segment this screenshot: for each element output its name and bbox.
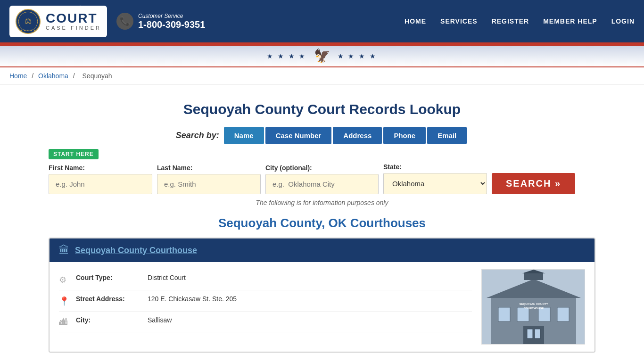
detail-row-address: 📍 Street Address: 120 E. Chickasaw St. S… (59, 290, 472, 312)
courthouse-image: SEQUOYAH COUNTY COURTHOUSE (481, 269, 585, 345)
breadcrumb-sep-1: / (32, 72, 35, 80)
state-label: State: (383, 163, 492, 171)
nav-register[interactable]: REGISTER (492, 17, 529, 25)
breadcrumb-home[interactable]: Home (9, 72, 27, 80)
courthouse-image-svg: SEQUOYAH COUNTY COURTHOUSE (482, 270, 585, 345)
nav-home[interactable]: HOME (405, 17, 426, 25)
logo-casefinder-label: CASE FINDER (46, 25, 101, 31)
breadcrumb: Home / Oklahoma / Sequoyah (0, 67, 644, 85)
eagle-banner: ★ ★ ★ ★ 🦅 ★ ★ ★ ★ (0, 46, 644, 67)
last-name-label: Last Name: (157, 164, 265, 172)
courthouse-icon: 🏛 (59, 244, 69, 256)
nav-login[interactable]: LOGIN (611, 17, 635, 25)
search-by-row: Search by: Name Case Number Address Phon… (49, 127, 595, 144)
city-icon: 🏙 (59, 317, 70, 327)
courthouses-title: Sequoyah County, OK Courthouses (49, 216, 595, 230)
svg-rect-17 (498, 307, 510, 321)
city-input[interactable] (265, 174, 379, 194)
search-by-label: Search by: (176, 131, 219, 140)
breadcrumb-sep-2: / (73, 72, 77, 80)
main-nav: HOME SERVICES REGISTER MEMBER HELP LOGIN (405, 17, 635, 25)
svg-rect-22 (527, 329, 533, 338)
tab-email[interactable]: Email (427, 127, 467, 144)
tab-address[interactable]: Address (333, 127, 382, 144)
phone-number: 1-800-309-9351 (138, 19, 205, 30)
phone-label: Customer Service (138, 13, 205, 19)
courthouse-body: ⚙ Court Type: District Court 📍 Street Ad… (50, 262, 594, 352)
address-icon: 📍 (59, 296, 70, 306)
form-container: START HERE First Name: Last Name: City (… (49, 149, 595, 194)
breadcrumb-county: Sequoyah (83, 72, 112, 80)
header-phone: 📞 Customer Service 1-800-309-9351 (116, 13, 205, 30)
first-name-label: First Name: (49, 164, 157, 172)
svg-rect-15 (524, 273, 543, 280)
courthouse-header: 🏛 Sequoyah County Courthouse (50, 239, 594, 262)
address-value: 120 E. Chickasaw St. Ste. 205 (148, 295, 237, 303)
svg-rect-20 (557, 307, 569, 321)
phone-text: Customer Service 1-800-309-9351 (138, 13, 205, 30)
logo-court-label: COURT (46, 12, 101, 25)
detail-row-court-type: ⚙ Court Type: District Court (59, 269, 472, 290)
tab-name[interactable]: Name (224, 127, 264, 144)
phone-icon: 📞 (116, 13, 133, 30)
address-label: Street Address: (76, 295, 142, 303)
nav-services[interactable]: SERVICES (440, 17, 478, 25)
svg-text:SEQUOYAH COUNTY: SEQUOYAH COUNTY (520, 303, 548, 305)
city-group: City (optional): (265, 164, 383, 194)
first-name-group: First Name: (49, 164, 157, 194)
courthouse-details: ⚙ Court Type: District Court 📍 Street Ad… (59, 269, 472, 345)
search-button[interactable]: SEARCH » (492, 173, 575, 194)
state-select[interactable]: Oklahoma (383, 173, 487, 194)
info-note: The following is for information purpose… (49, 199, 595, 206)
court-type-value: District Court (148, 274, 186, 281)
start-here-badge: START HERE (49, 149, 99, 159)
svg-rect-21 (523, 326, 544, 345)
tab-case-number[interactable]: Case Number (265, 127, 332, 144)
svg-rect-23 (535, 329, 540, 338)
svg-rect-26 (517, 344, 550, 345)
site-header: ★ ★ ★ ★ ★ ★ ★ ★ ⚖ ★ ★ ★ ★ ★ COURT CASE F… (0, 0, 644, 42)
svg-text:★ ★ ★ ★ ★: ★ ★ ★ ★ ★ (20, 29, 36, 31)
first-name-input[interactable] (49, 174, 152, 194)
stars-right: ★ ★ ★ ★ (338, 52, 378, 60)
logo-text: COURT CASE FINDER (46, 12, 101, 31)
svg-text:COURTHOUSE: COURTHOUSE (524, 307, 544, 310)
tab-phone[interactable]: Phone (383, 127, 426, 144)
eagle-icon: 🦅 (314, 48, 330, 64)
last-name-input[interactable] (157, 174, 261, 194)
city-detail-value: Sallisaw (148, 316, 172, 324)
svg-text:⚖: ⚖ (25, 16, 32, 25)
court-type-label: Court Type: (76, 274, 142, 281)
main-content: Sequoyah County Court Records Lookup Sea… (39, 85, 605, 362)
detail-row-city: 🏙 City: Sallisaw (59, 312, 472, 332)
city-detail-label: City: (76, 316, 142, 324)
courthouse-card: 🏛 Sequoyah County Courthouse ⚙ Court Typ… (49, 238, 595, 353)
state-group: State: Oklahoma (383, 163, 492, 194)
stars-left: ★ ★ ★ ★ (267, 52, 307, 60)
search-form-row: First Name: Last Name: City (optional): … (49, 163, 595, 194)
nav-member-help[interactable]: MEMBER HELP (543, 17, 597, 25)
page-title: Sequoyah County Court Records Lookup (49, 101, 595, 117)
search-section: Search by: Name Case Number Address Phon… (49, 127, 595, 206)
court-type-icon: ⚙ (59, 275, 70, 285)
seal-icon: ⚖ ★ ★ ★ ★ ★ (15, 8, 41, 34)
last-name-group: Last Name: (157, 164, 265, 194)
city-label: City (optional): (265, 164, 383, 172)
header-ribbon (0, 42, 644, 46)
header-left: ⚖ ★ ★ ★ ★ ★ COURT CASE FINDER 📞 Customer… (9, 6, 205, 37)
breadcrumb-state[interactable]: Oklahoma (38, 72, 68, 80)
logo-link[interactable]: ⚖ ★ ★ ★ ★ ★ COURT CASE FINDER (9, 6, 107, 37)
courthouse-name[interactable]: Sequoyah County Courthouse (75, 246, 197, 255)
